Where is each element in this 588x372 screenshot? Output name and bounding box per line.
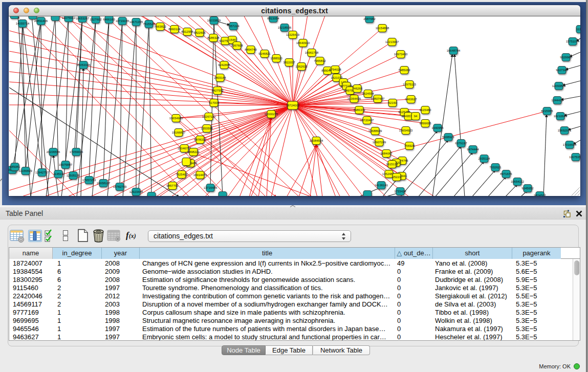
svg-text:15751074: 15751074 <box>566 40 580 43</box>
svg-text:12923448: 12923448 <box>129 190 143 193</box>
svg-text:20206556: 20206556 <box>47 150 60 154</box>
svg-text:16961758: 16961758 <box>305 51 319 54</box>
svg-text:19654985: 19654985 <box>169 117 183 120</box>
svg-text:5822605: 5822605 <box>193 31 206 34</box>
svg-text:756928: 756928 <box>404 144 415 147</box>
svg-text:8454749: 8454749 <box>245 48 257 51</box>
svg-text:19958107: 19958107 <box>97 182 111 185</box>
svg-text:7632621: 7632621 <box>489 166 502 169</box>
svg-text:19384554: 19384554 <box>310 139 323 142</box>
svg-text:15692971: 15692971 <box>558 129 572 132</box>
svg-text:2367608: 2367608 <box>231 44 243 47</box>
svg-text:9474444: 9474444 <box>467 148 479 151</box>
svg-text:62160: 62160 <box>388 101 397 104</box>
svg-text:8878334: 8878334 <box>194 138 206 141</box>
svg-text:2803144: 2803144 <box>214 76 226 79</box>
svg-text:8471676: 8471676 <box>500 172 512 176</box>
svg-text:6466160: 6466160 <box>103 18 115 21</box>
svg-text:23300275: 23300275 <box>265 113 278 116</box>
svg-text:1527602: 1527602 <box>90 18 102 21</box>
svg-text:9146821: 9146821 <box>258 52 271 55</box>
svg-text:7986372: 7986372 <box>353 108 365 112</box>
svg-text:19975887: 19975887 <box>59 163 73 166</box>
svg-text:2935114: 2935114 <box>478 157 491 160</box>
svg-text:8660124: 8660124 <box>168 28 181 31</box>
svg-text:18640910: 18640910 <box>296 41 310 45</box>
svg-text:10688609: 10688609 <box>368 129 382 133</box>
svg-text:18720407: 18720407 <box>360 119 374 122</box>
svg-text:19654923: 19654923 <box>399 129 413 132</box>
svg-text:3624554: 3624554 <box>362 92 374 95</box>
svg-text:14671355: 14671355 <box>129 20 143 24</box>
svg-text:94: 94 <box>414 115 418 118</box>
svg-text:11123: 11123 <box>576 28 580 31</box>
svg-text:7663822: 7663822 <box>154 25 166 28</box>
svg-text:7485063: 7485063 <box>398 69 410 72</box>
svg-text:7515524: 7515524 <box>143 23 155 26</box>
svg-text:10719155: 10719155 <box>116 19 129 23</box>
svg-text:11675352: 11675352 <box>569 156 580 159</box>
svg-text:16782759: 16782759 <box>113 185 127 188</box>
svg-text:25221: 25221 <box>393 176 401 179</box>
svg-text:12093822: 12093822 <box>552 84 566 87</box>
svg-text:16154808: 16154808 <box>376 27 389 30</box>
svg-text:6794028: 6794028 <box>329 68 341 71</box>
svg-text:5938923: 5938923 <box>442 136 454 139</box>
svg-text:21364436: 21364436 <box>347 97 361 100</box>
svg-text:16033809: 16033809 <box>207 19 221 22</box>
svg-text:16648784: 16648784 <box>447 49 461 52</box>
svg-text:18724007: 18724007 <box>286 104 300 107</box>
svg-text:1244415: 1244415 <box>551 99 563 102</box>
svg-text:12942757: 12942757 <box>35 171 49 174</box>
svg-text:185081: 185081 <box>10 165 20 168</box>
svg-text:1362615: 1362615 <box>295 65 308 68</box>
svg-text:8186328: 8186328 <box>207 36 220 39</box>
svg-text:1615132: 1615132 <box>386 163 398 166</box>
svg-text:9242845: 9242845 <box>218 63 230 67</box>
svg-text:8215955: 8215955 <box>541 110 553 113</box>
svg-text:12213967: 12213967 <box>385 40 399 43</box>
svg-text:11156829: 11156829 <box>19 169 32 172</box>
svg-text:10653267: 10653267 <box>76 17 90 20</box>
svg-text:14136141: 14136141 <box>375 184 388 187</box>
svg-text:1588520: 1588520 <box>270 57 282 60</box>
svg-text:8912954: 8912954 <box>181 30 193 33</box>
svg-text:11325419: 11325419 <box>286 33 300 36</box>
svg-text:1546: 1546 <box>229 38 236 41</box>
svg-text:9463627: 9463627 <box>405 98 417 101</box>
svg-text:2687682: 2687682 <box>363 17 376 20</box>
svg-text:17957253: 17957253 <box>82 179 96 182</box>
svg-text:19375913: 19375913 <box>62 16 76 19</box>
svg-text:417006: 417006 <box>209 101 220 104</box>
svg-text:10973493: 10973493 <box>394 53 408 56</box>
svg-text:9857791: 9857791 <box>166 184 179 187</box>
svg-text:20053346: 20053346 <box>77 63 91 67</box>
svg-text:6379197: 6379197 <box>455 142 467 145</box>
svg-text:16914479: 16914479 <box>193 173 207 177</box>
svg-text:14055714: 14055714 <box>16 22 30 25</box>
svg-text:10654112: 10654112 <box>511 180 525 183</box>
svg-text:3684067: 3684067 <box>380 152 393 155</box>
svg-text:9329966: 9329966 <box>560 56 572 59</box>
svg-text:9245652: 9245652 <box>521 187 534 190</box>
svg-text:9227342: 9227342 <box>556 69 568 72</box>
svg-text:3427552: 3427552 <box>211 89 224 92</box>
svg-text:19166827: 19166827 <box>172 131 186 134</box>
svg-text:746266: 746266 <box>352 87 363 90</box>
svg-text:9899695: 9899695 <box>419 122 431 125</box>
svg-text:9115460: 9115460 <box>420 108 432 112</box>
svg-text:17359936: 17359936 <box>70 150 83 154</box>
svg-text:8813054: 8813054 <box>267 17 279 20</box>
svg-text:20891406: 20891406 <box>34 19 48 23</box>
svg-text:9824502: 9824502 <box>534 194 546 196</box>
svg-text:12505135: 12505135 <box>67 174 80 177</box>
svg-text:10807487: 10807487 <box>371 97 385 100</box>
svg-text:1498222: 1498222 <box>187 150 200 154</box>
svg-text:3822037: 3822037 <box>283 61 295 64</box>
svg-text:7955812: 7955812 <box>314 59 326 62</box>
svg-text:114519: 114519 <box>53 172 63 176</box>
svg-text:18907249: 18907249 <box>373 141 386 144</box>
svg-text:1640955: 1640955 <box>431 126 444 129</box>
svg-text:16210643: 16210643 <box>554 115 568 118</box>
svg-text:7357224: 7357224 <box>227 25 239 28</box>
